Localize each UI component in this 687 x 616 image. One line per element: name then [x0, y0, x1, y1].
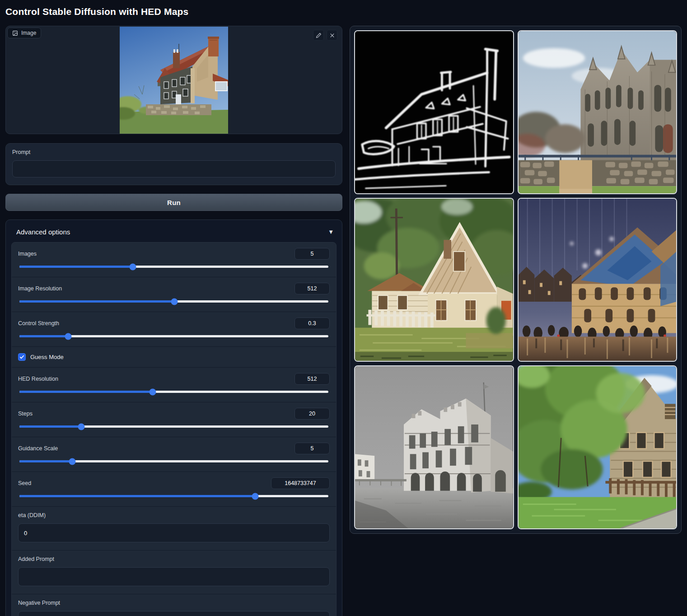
negative-prompt-row: Negative Prompt [12, 594, 336, 616]
prompt-input[interactable] [12, 160, 336, 177]
images-value-input[interactable] [294, 248, 330, 260]
checkmark-icon [19, 355, 24, 359]
slider-row-hed-resolution: HED Resolution [12, 368, 336, 402]
images-slider-thumb[interactable] [130, 263, 136, 270]
image-label-badge: Image [7, 28, 41, 38]
gallery-image-night-painterly[interactable] [518, 198, 678, 362]
image-upload[interactable]: Image [5, 26, 342, 134]
uploaded-image[interactable] [120, 27, 228, 134]
clear-image-button[interactable] [327, 30, 337, 41]
steps-label: Steps [18, 411, 33, 417]
control-strength-slider[interactable] [19, 335, 328, 337]
images-slider[interactable] [19, 266, 328, 268]
steps-slider-thumb[interactable] [78, 423, 84, 430]
images-label: Images [18, 251, 37, 257]
eta-label: eta (DDIM) [18, 512, 330, 518]
control-strength-slider-thumb[interactable] [65, 333, 72, 340]
guidance-scale-slider[interactable] [19, 460, 328, 462]
seed-slider[interactable] [19, 495, 328, 497]
page-title: Control Stable Diffusion with HED Maps [0, 0, 687, 17]
added-prompt-input[interactable] [18, 567, 330, 586]
negative-prompt-input[interactable] [18, 611, 330, 616]
negative-prompt-label: Negative Prompt [18, 600, 330, 606]
guess-mode-row[interactable]: Guess Mode [12, 347, 336, 368]
eta-input[interactable] [18, 523, 330, 542]
controls-column: Image [5, 26, 342, 616]
steps-slider[interactable] [19, 425, 328, 428]
hed-resolution-slider[interactable] [19, 391, 328, 393]
image-actions [313, 30, 337, 41]
prompt-label: Prompt [12, 149, 336, 155]
gallery-image-stone-house[interactable] [518, 365, 678, 529]
image-resolution-slider-thumb[interactable] [171, 298, 178, 305]
guidance-scale-label: Guidance Scale [18, 445, 58, 452]
control-strength-value-input[interactable] [294, 317, 330, 329]
seed-value-input[interactable] [271, 477, 330, 489]
control-strength-label: Control Strength [18, 320, 59, 327]
slider-row-guidance-scale: Guidance Scale [12, 437, 336, 472]
slider-row-image-resolution: Image Resolution [12, 277, 336, 312]
advanced-options-form: Images Image Resolution [11, 242, 336, 616]
image-resolution-label: Image Resolution [18, 285, 62, 292]
results-grid [354, 30, 677, 529]
hed-resolution-slider-thumb[interactable] [149, 388, 156, 395]
guess-mode-checkbox[interactable] [18, 353, 26, 361]
added-prompt-row: Added Prompt [12, 551, 336, 594]
gallery-image-hed-map[interactable] [354, 30, 514, 194]
image-icon [12, 30, 18, 36]
advanced-options-header[interactable]: Advanced options ▼ [11, 224, 336, 242]
image-label: Image [21, 30, 36, 36]
guidance-scale-value-input[interactable] [294, 443, 330, 454]
slider-row-steps: Steps [12, 402, 336, 437]
guess-mode-label: Guess Mode [30, 354, 64, 360]
gallery-image-grayscale-building[interactable] [354, 365, 514, 529]
results-gallery [350, 26, 682, 534]
gallery-image-cathedral[interactable] [518, 30, 678, 194]
eta-row: eta (DDIM) [12, 507, 336, 551]
slider-row-control-strength: Control Strength [12, 312, 336, 347]
slider-row-images: Images [12, 243, 336, 277]
guidance-scale-slider-thumb[interactable] [69, 458, 75, 465]
image-resolution-value-input[interactable] [294, 283, 330, 294]
main-layout: Image [0, 26, 687, 616]
hed-resolution-label: HED Resolution [18, 376, 58, 382]
chevron-down-icon: ▼ [328, 229, 334, 235]
advanced-options-accordion: Advanced options ▼ Images [5, 219, 342, 616]
hed-resolution-value-input[interactable] [294, 373, 330, 385]
run-button[interactable]: Run [5, 194, 342, 211]
pencil-icon [316, 33, 322, 38]
prompt-block: Prompt [5, 143, 342, 185]
edit-image-button[interactable] [313, 30, 324, 41]
advanced-options-title: Advanced options [16, 228, 70, 236]
close-icon [329, 33, 335, 38]
gallery-image-cottage-painting[interactable] [354, 198, 514, 362]
added-prompt-label: Added Prompt [18, 556, 330, 562]
slider-row-seed: Seed [12, 472, 336, 507]
steps-value-input[interactable] [294, 408, 330, 420]
seed-label: Seed [18, 480, 31, 486]
image-resolution-slider[interactable] [19, 300, 328, 303]
seed-slider-thumb[interactable] [252, 493, 258, 499]
